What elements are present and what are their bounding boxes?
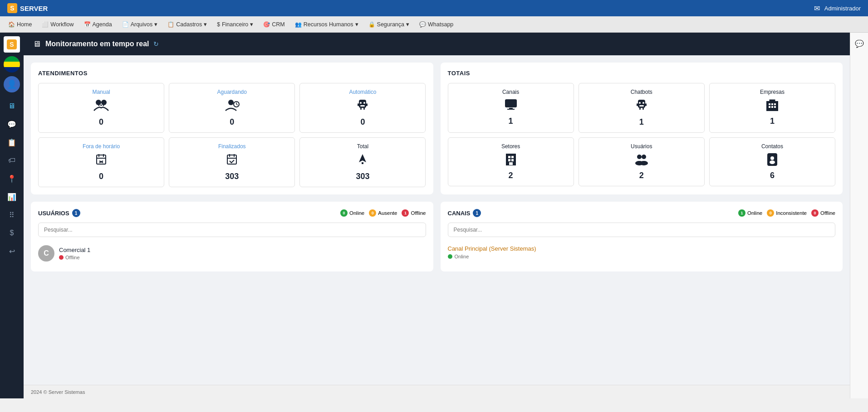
top-row: ATENDIMENTOS Manual 0 Aguardando (31, 63, 843, 194)
svg-rect-17 (97, 155, 106, 164)
user-status-comercial1: Offline (59, 255, 90, 260)
svg-point-57 (637, 155, 642, 159)
stat-empresas-label: Empresas (760, 89, 785, 95)
user-info-comercial1: Comercial 1 Offline (59, 247, 90, 260)
usuarios-panel-header: USUÁRIOS 1 0 Online 0 Ausente (38, 209, 426, 217)
workflow-icon: ⬜ (42, 21, 49, 28)
refresh-icon[interactable]: ↻ (153, 40, 159, 48)
stat-automatico-label: Automático (349, 89, 376, 95)
svg-rect-30 (505, 100, 516, 107)
stat-contatos: Contatos 6 (709, 137, 835, 186)
right-sidebar: 💬 (850, 33, 868, 398)
sidebar-logo-icon: S (7, 39, 17, 49)
stat-empresas-value: 1 (770, 116, 775, 126)
sidebar-location-icon[interactable]: 📍 (4, 170, 20, 187)
canais-panel-header: CANAIS 1 1 Online 0 Inconsistente (448, 209, 836, 217)
stat-empresas-icon (764, 98, 780, 114)
sidebar-list-icon[interactable]: 📋 (4, 134, 20, 150)
stat-setores-icon (503, 152, 519, 168)
svg-point-35 (642, 102, 644, 104)
right-chat-icon[interactable]: 💬 (852, 36, 867, 51)
nav-seguranca[interactable]: 🔒 Segurança ▾ (364, 19, 414, 29)
stat-total-icon (354, 152, 371, 169)
sidebar-dollar-icon[interactable]: $ (4, 225, 20, 241)
stat-manual-value: 0 (99, 117, 103, 127)
svg-point-1 (101, 100, 107, 105)
totais-grid: Canais 1 Chatbots 1 (448, 83, 836, 186)
canais-inconsistente-label: Inconsistente (776, 210, 807, 216)
usuarios-title-group: USUÁRIOS 1 (38, 209, 80, 217)
nav-cadastros[interactable]: 📋 Cadastros ▾ (163, 19, 211, 29)
financeiro-chevron-icon: ▾ (250, 21, 253, 28)
stat-setores-value: 2 (509, 171, 513, 180)
stat-contatos-label: Contatos (761, 143, 783, 150)
stat-chatbots-icon (633, 98, 650, 115)
sidebar-user-avatar[interactable]: 👤 (4, 76, 20, 92)
svg-point-64 (770, 160, 775, 164)
nav-bar: 🏠 Home ⬜ Workflow 📅 Agenda 📄 Arquivos ▾ … (0, 16, 868, 33)
stat-usuarios-value: 2 (639, 171, 644, 180)
page-header: 🖥 Monitoramento em tempo real ↻ (24, 33, 850, 55)
stat-manual-label: Manual (92, 89, 110, 95)
stat-contatos-icon (764, 152, 780, 168)
svg-rect-15 (358, 103, 359, 106)
footer: 2024 © Server Sistemas (24, 385, 850, 398)
svg-rect-13 (360, 108, 362, 110)
whatsapp-icon: 💬 (419, 21, 426, 28)
sidebar-logo-top: S (4, 36, 20, 53)
monitor-icon: 🖥 (33, 39, 41, 49)
sidebar-apps-icon[interactable]: ⠿ (4, 207, 20, 223)
canais-panel: CANAIS 1 1 Online 0 Inconsistente (441, 202, 843, 271)
usuarios-search-input[interactable] (38, 223, 426, 237)
canais-badge: 1 (473, 209, 481, 217)
nav-recursos-label: Recursos Humanos (304, 21, 353, 28)
nav-crm[interactable]: 🎯 CRM (259, 19, 289, 29)
stat-usuarios: Usuários 2 (579, 137, 705, 186)
svg-rect-49 (770, 100, 775, 102)
nav-financeiro[interactable]: $ Financeiro ▾ (212, 19, 258, 29)
nav-workflow[interactable]: ⬜ Workflow (37, 19, 78, 29)
nav-arquivos[interactable]: 📄 Arquivos ▾ (118, 19, 162, 29)
svg-point-58 (642, 155, 646, 159)
svg-marker-27 (359, 154, 366, 162)
sidebar-monitor-icon[interactable]: 🖥 (4, 98, 20, 114)
svg-rect-53 (511, 156, 514, 158)
svg-rect-33 (638, 100, 645, 108)
svg-point-5 (228, 100, 234, 105)
nav-crm-label: CRM (272, 21, 284, 28)
svg-point-0 (96, 100, 101, 105)
canais-inconsistente-dot: 0 (767, 209, 774, 217)
sidebar-chart-icon[interactable]: 📊 (4, 189, 20, 205)
svg-rect-56 (509, 162, 513, 165)
sidebar-exit-icon[interactable]: ↩ (4, 243, 20, 259)
nav-cadastros-label: Cadastros (176, 21, 202, 28)
stat-setores: Setores 2 (448, 137, 574, 186)
svg-point-11 (363, 102, 365, 104)
logo-text: SERVER (20, 5, 48, 12)
sidebar-chat-icon[interactable]: 💬 (4, 116, 20, 132)
crm-icon: 🎯 (263, 21, 270, 28)
nav-agenda[interactable]: 📅 Agenda (79, 19, 117, 29)
offline-dot: 1 (402, 209, 409, 217)
canais-online-dot: 1 (738, 209, 745, 217)
logo: S SERVER (7, 3, 48, 13)
nav-recursos[interactable]: 👥 Recursos Humanos ▾ (290, 19, 363, 29)
footer-text: 2024 © Server Sistemas (31, 389, 85, 395)
nav-whatsapp[interactable]: 💬 Whatsapp (415, 19, 458, 29)
recursos-chevron-icon: ▾ (355, 21, 358, 28)
stat-manual-icon (93, 98, 109, 115)
canais-title-group: CANAIS 1 (448, 209, 481, 217)
atendimentos-panel: ATENDIMENTOS Manual 0 Aguardando (31, 63, 433, 194)
canais-search-input[interactable] (448, 223, 836, 237)
sidebar-tag-icon[interactable]: 🏷 (4, 152, 20, 169)
nav-seguranca-label: Segurança (377, 21, 404, 28)
stat-empresas: Empresas 1 (709, 83, 835, 133)
nav-home[interactable]: 🏠 Home (4, 19, 36, 29)
left-sidebar: S 👤 🖥 💬 📋 🏷 📍 📊 ⠿ $ ↩ (0, 33, 24, 398)
svg-line-8 (236, 104, 238, 105)
mail-icon[interactable]: ✉ (814, 4, 820, 13)
svg-rect-43 (769, 103, 770, 105)
stat-aguardando-icon (224, 98, 240, 115)
canais-offline-dot: 0 (811, 209, 819, 217)
usuarios-ausente-status: 0 Ausente (369, 209, 397, 217)
